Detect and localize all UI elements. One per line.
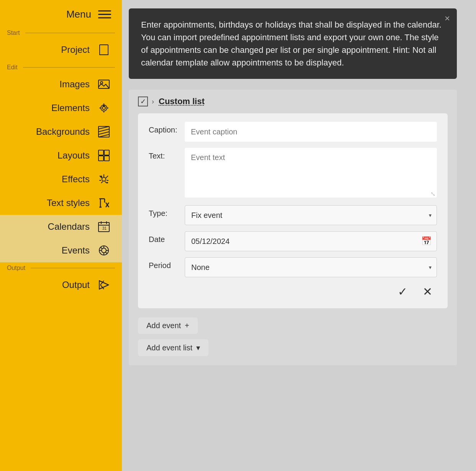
checkbox-check: ✓: [140, 97, 146, 106]
svg-rect-17: [98, 156, 103, 161]
period-select[interactable]: None Day Week Month: [185, 257, 437, 277]
menu-button[interactable]: [98, 10, 111, 18]
svg-line-47: [105, 252, 107, 253]
section-start: Start: [0, 27, 122, 38]
svg-point-9: [103, 106, 105, 107]
sidebar-item-backgrounds[interactable]: Backgrounds: [0, 120, 122, 144]
images-label: Images: [59, 79, 90, 90]
add-event-list-arrow-icon: ▾: [196, 343, 200, 352]
events-label: Events: [62, 245, 90, 256]
sidebar-item-text-styles[interactable]: Text styles: [0, 191, 122, 215]
text-styles-label: Text styles: [47, 198, 90, 208]
events-panel: ✓ › Custom list Caption: Text: ⤡ T: [129, 90, 457, 365]
svg-rect-0: [100, 45, 108, 55]
caption-input[interactable]: [185, 122, 437, 142]
output-label: Output: [62, 280, 90, 290]
project-icon: [97, 43, 111, 57]
caption-label: Caption:: [149, 122, 179, 134]
add-event-plus-icon: +: [185, 321, 189, 330]
svg-text:31: 31: [102, 226, 107, 231]
add-event-button[interactable]: Add event +: [138, 317, 198, 334]
custom-list-collapse-arrow[interactable]: ›: [152, 98, 154, 106]
sidebar-item-layouts[interactable]: Layouts: [0, 144, 122, 167]
svg-line-13: [98, 132, 109, 134]
period-select-wrapper: None Day Week Month ▾: [185, 257, 437, 277]
sidebar-item-effects[interactable]: Effects: [0, 167, 122, 191]
text-styles-icon: [97, 196, 111, 210]
type-label: Type:: [149, 205, 179, 218]
project-label: Project: [61, 44, 90, 55]
svg-line-12: [98, 129, 109, 132]
layouts-icon: [97, 148, 111, 163]
output-icon: [97, 278, 111, 292]
svg-rect-15: [98, 150, 103, 155]
tooltip-close-button[interactable]: ×: [445, 14, 450, 23]
section-output: Output: [0, 262, 122, 273]
svg-line-25: [101, 182, 103, 183]
layouts-label: Layouts: [57, 150, 90, 161]
type-select-wrapper: Fix event Recurring Birthday ▾: [185, 205, 437, 225]
backgrounds-icon: [97, 124, 111, 139]
svg-line-20: [106, 176, 108, 178]
text-textarea-wrapper: ⤡: [185, 148, 437, 199]
svg-point-22: [102, 177, 106, 181]
svg-line-11: [98, 126, 109, 129]
calendars-icon: 31: [97, 219, 111, 234]
events-icon: [97, 243, 111, 258]
resize-handle-icon: ⤡: [430, 190, 435, 198]
main-content: Enter appointments, birthdays or holiday…: [122, 0, 476, 471]
svg-rect-1: [98, 80, 109, 88]
confirm-button[interactable]: ✓: [395, 283, 410, 300]
date-input[interactable]: [185, 231, 437, 251]
text-label: Text:: [149, 148, 179, 160]
date-label: Date: [149, 231, 179, 244]
date-row: Date 📅: [149, 231, 437, 251]
sidebar-item-output[interactable]: Output: [0, 273, 122, 297]
text-row: Text: ⤡: [149, 148, 437, 199]
sidebar-item-events[interactable]: Events: [0, 239, 122, 262]
svg-rect-16: [104, 150, 109, 155]
tooltip-box: Enter appointments, birthdays or holiday…: [129, 8, 457, 79]
svg-point-2: [100, 82, 103, 84]
period-row: Period None Day Week Month ▾: [149, 257, 437, 277]
sidebar-item-elements[interactable]: Elements: [0, 96, 122, 120]
cancel-button[interactable]: ✕: [420, 283, 435, 300]
period-label: Period: [149, 257, 179, 270]
effects-label: Effects: [62, 174, 90, 185]
custom-list-title[interactable]: Custom list: [159, 96, 205, 106]
backgrounds-label: Backgrounds: [36, 126, 90, 137]
svg-point-27: [101, 176, 102, 177]
tooltip-text: Enter appointments, birthdays or holiday…: [141, 20, 442, 67]
sidebar-item-images[interactable]: Images: [0, 72, 122, 96]
add-event-list-label: Add event list: [146, 343, 192, 352]
type-row: Type: Fix event Recurring Birthday ▾: [149, 205, 437, 225]
custom-list-header: ✓ › Custom list: [138, 96, 448, 106]
svg-line-46: [101, 247, 102, 249]
menu-header: Menu: [0, 0, 122, 27]
date-input-wrapper: 📅: [185, 231, 437, 251]
form-actions: ✓ ✕: [149, 283, 437, 300]
svg-point-28: [107, 182, 108, 183]
svg-rect-18: [104, 156, 109, 161]
svg-line-26: [105, 182, 107, 183]
add-event-label: Add event: [146, 321, 181, 330]
add-event-list-button[interactable]: Add event list ▾: [138, 339, 208, 356]
elements-icon: [97, 101, 111, 115]
type-select[interactable]: Fix event Recurring Birthday: [185, 205, 437, 225]
sidebar: Menu Start Project Edit Images Elements: [0, 0, 122, 471]
caption-row: Caption:: [149, 122, 437, 142]
svg-line-14: [98, 134, 109, 137]
section-edit: Edit: [0, 62, 122, 72]
effects-icon: [97, 172, 111, 186]
elements-label: Elements: [51, 103, 90, 113]
text-textarea[interactable]: [185, 148, 437, 198]
custom-list-checkbox[interactable]: ✓: [138, 96, 148, 106]
menu-label: Menu: [66, 8, 91, 20]
sidebar-item-project[interactable]: Project: [0, 38, 122, 62]
calendar-icon[interactable]: 📅: [421, 236, 432, 246]
calendars-label: Calendars: [48, 221, 90, 232]
images-icon: [97, 77, 111, 92]
sidebar-item-calendars[interactable]: Calendars 31: [0, 215, 122, 239]
form-card: Caption: Text: ⤡ Type: Fix event Recurri…: [138, 113, 448, 308]
